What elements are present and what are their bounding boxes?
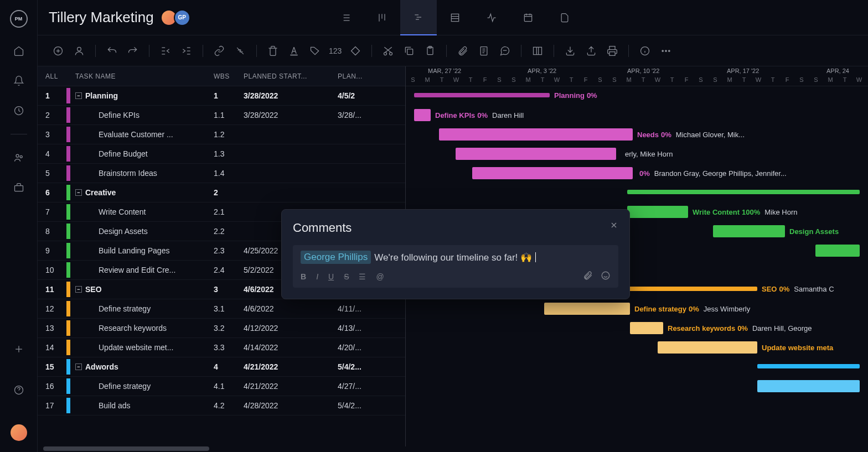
undo-button[interactable] [102, 41, 121, 60]
gantt-bar[interactable]: Research keywords0%Daren Hill, George [630, 322, 663, 334]
day-label: F [478, 76, 492, 83]
comment-input[interactable]: George Phillips We're following our time… [293, 245, 618, 288]
columns-button[interactable] [528, 41, 547, 60]
home-icon[interactable] [12, 44, 25, 58]
svg-point-9 [78, 47, 81, 51]
underline-button[interactable]: U [328, 272, 334, 281]
gantt-bar[interactable] [815, 245, 860, 257]
task-row[interactable]: 17 Build ads 4.2 4/28/2022 5/4/2... [38, 396, 405, 415]
file-view-tab[interactable] [546, 0, 583, 35]
outdent-button[interactable] [156, 41, 175, 60]
task-row[interactable]: 1 −Planning 1 3/28/2022 4/5/2 [38, 86, 405, 106]
gantt-bar[interactable] [757, 380, 860, 392]
gantt-header: MAR, 27 '22APR, 3 '22APR, 10 '22APR, 17 … [406, 66, 868, 86]
task-row[interactable]: 2 Define KPIs 1.1 3/28/2022 3/28/... [38, 106, 405, 125]
collapse-icon[interactable]: − [75, 286, 82, 293]
link-button[interactable] [210, 41, 229, 60]
avatar-stack[interactable]: GP [164, 9, 190, 26]
col-name[interactable]: TASK NAME [72, 72, 214, 80]
gantt-bar[interactable]: Write Content100%Mike Horn [627, 206, 688, 218]
gantt-bar[interactable]: erly, Mike Horn [456, 148, 616, 160]
close-icon[interactable] [608, 220, 619, 231]
emoji-icon[interactable] [601, 271, 611, 282]
collapse-icon[interactable]: − [75, 189, 82, 196]
gantt-bar[interactable]: Planning0% [414, 93, 550, 97]
mention-button[interactable]: @ [376, 272, 384, 281]
strike-button[interactable]: S [344, 272, 349, 281]
board-view-tab[interactable] [364, 0, 400, 35]
task-row[interactable]: 15 −Adwords 4 4/21/2022 5/4/2... [38, 357, 405, 377]
briefcase-icon[interactable] [12, 181, 25, 194]
gantt-bar[interactable]: Needs0%Michael Glover, Mik... [439, 128, 633, 141]
col-finish[interactable]: PLAN... [338, 72, 404, 80]
avatar[interactable]: GP [174, 9, 190, 26]
delete-button[interactable] [264, 41, 282, 60]
horizontal-scrollbar[interactable] [38, 446, 868, 452]
info-button[interactable] [636, 41, 654, 60]
assign-button[interactable] [70, 41, 89, 60]
gantt-bar[interactable] [757, 364, 860, 368]
task-row[interactable]: 5 Brainstorm Ideas 1.4 [38, 164, 405, 183]
more-button[interactable] [657, 41, 675, 60]
help-icon[interactable] [12, 383, 25, 397]
tag-button[interactable] [306, 41, 324, 60]
task-row[interactable]: 12 Define strategy 3.1 4/6/2022 4/11/... [38, 299, 405, 319]
col-all[interactable]: ALL [38, 72, 66, 80]
attach-button[interactable] [453, 41, 472, 60]
bold-button[interactable]: B [301, 272, 306, 281]
sheet-view-tab[interactable] [437, 0, 473, 35]
comment-button[interactable] [495, 41, 514, 60]
indent-button[interactable] [177, 41, 196, 60]
task-row[interactable]: 16 Define strategy 4.1 4/21/2022 4/27/..… [38, 377, 405, 396]
notes-button[interactable] [474, 41, 493, 60]
list-view-tab[interactable] [327, 0, 364, 35]
task-row[interactable]: 6 −Creative 2 [38, 183, 405, 202]
copy-button[interactable] [400, 41, 418, 60]
gantt-bar[interactable]: Design Assets [713, 225, 785, 237]
day-label: M [622, 76, 636, 83]
app-logo[interactable]: PM [10, 10, 28, 28]
unlink-button[interactable] [231, 41, 250, 60]
people-icon[interactable] [12, 151, 25, 164]
task-row[interactable]: 13 Research keywords 3.2 4/12/2022 4/13/… [38, 319, 405, 338]
collapse-icon[interactable]: − [75, 92, 82, 99]
attach-icon[interactable] [583, 271, 593, 282]
milestone-button[interactable] [346, 41, 365, 60]
task-row[interactable]: 4 Define Budget 1.3 [38, 144, 405, 164]
day-label: M [823, 76, 838, 83]
list-button[interactable]: ☰ [359, 272, 366, 281]
day-label: T [665, 76, 679, 83]
svg-rect-6 [524, 14, 531, 21]
print-button[interactable] [603, 41, 622, 60]
calendar-view-tab[interactable] [510, 0, 546, 35]
task-row[interactable]: 14 Update website met... 3.3 4/14/2022 4… [38, 338, 405, 357]
redo-button[interactable] [123, 41, 142, 60]
svg-point-18 [662, 50, 664, 51]
import-button[interactable] [561, 41, 580, 60]
paste-button[interactable] [421, 41, 440, 60]
gantt-bar[interactable]: Define strategy0%Jess Wimberly [544, 303, 630, 315]
app-header: Tillery Marketing GP [38, 0, 868, 35]
gantt-view-tab[interactable] [400, 0, 437, 35]
gantt-bar[interactable] [627, 190, 860, 194]
task-row[interactable]: 3 Evaluate Customer ... 1.2 [38, 125, 405, 144]
comments-title: Comments [293, 221, 618, 235]
bell-icon[interactable] [12, 74, 25, 87]
cut-button[interactable] [379, 41, 397, 60]
col-wbs[interactable]: WBS [214, 72, 244, 80]
user-avatar[interactable] [11, 424, 27, 441]
plus-icon[interactable] [12, 342, 25, 356]
number-text[interactable]: 123 [327, 46, 344, 55]
dashboard-view-tab[interactable] [473, 0, 510, 35]
collapse-icon[interactable]: − [75, 363, 82, 370]
gantt-bar[interactable]: Define KPIs0%Daren Hill [414, 109, 431, 121]
add-button[interactable] [49, 41, 68, 60]
text-color-button[interactable] [285, 41, 303, 60]
gantt-bar[interactable]: 0%Brandon Gray, George Phillips, Jennife… [472, 167, 633, 179]
col-start[interactable]: PLANNED START... [244, 72, 338, 80]
gantt-bar[interactable]: Update website meta [658, 341, 757, 354]
export-button[interactable] [582, 41, 601, 60]
clock-icon[interactable] [12, 104, 25, 117]
italic-button[interactable]: I [316, 272, 318, 281]
mention[interactable]: George Phillips [301, 251, 371, 264]
